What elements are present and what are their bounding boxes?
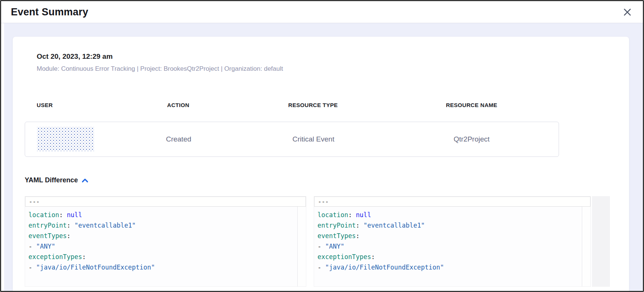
diff-scrollbar-track[interactable] [592,196,610,287]
modal-header: Event Summary [1,1,643,23]
event-card: Oct 20, 2023, 12:29 am Module: Continuou… [13,37,629,291]
yaml-difference-label: YAML Difference [25,176,78,184]
user-redacted-pattern [37,127,94,152]
event-summary-modal: Event Summary Oct 20, 2023, 12:29 am Mod… [0,0,644,292]
event-meta: Module: Continuous Error Tracking | Proj… [37,65,629,73]
yaml-panel: --- location: nullentryPoint: "eventcall… [25,196,306,287]
yaml-panel-header: --- [25,197,306,207]
user-cell [25,127,115,152]
modal-body: Oct 20, 2023, 12:29 am Module: Continuou… [1,23,643,291]
event-timestamp: Oct 20, 2023, 12:29 am [37,52,629,61]
yaml-panel-code: location: nullentryPoint: "eventcallable… [314,207,590,273]
table-header-row: USER ACTION RESOURCE TYPE RESOURCE NAME [25,102,559,108]
column-header-action: ACTION [115,102,242,108]
resource-type-cell: Critical Event [242,135,385,143]
yaml-panel-code: location: nullentryPoint: "eventcallable… [25,207,306,273]
resource-name-cell: Qtr2Project [385,135,559,143]
yaml-panel-header: --- [314,197,590,207]
x-icon [623,8,632,16]
table-row: Created Critical Event Qtr2Project [25,122,559,157]
panel-scrollbar-track[interactable] [297,197,306,286]
yaml-difference-toggle[interactable]: YAML Difference [25,176,88,184]
yaml-panel: --- location: nullentryPoint: "eventcall… [314,196,591,287]
column-header-resource-type: RESOURCE TYPE [242,102,384,108]
action-cell: Created [115,135,242,143]
panel-scrollbar-track[interactable] [582,197,590,286]
yaml-diff-view: --- location: nullentryPoint: "eventcall… [25,196,629,287]
chevron-up-icon [82,178,88,183]
column-header-user: USER [25,102,115,108]
modal-title: Event Summary [11,6,88,18]
close-button[interactable] [622,6,633,18]
column-header-resource-name: RESOURCE NAME [384,102,559,108]
